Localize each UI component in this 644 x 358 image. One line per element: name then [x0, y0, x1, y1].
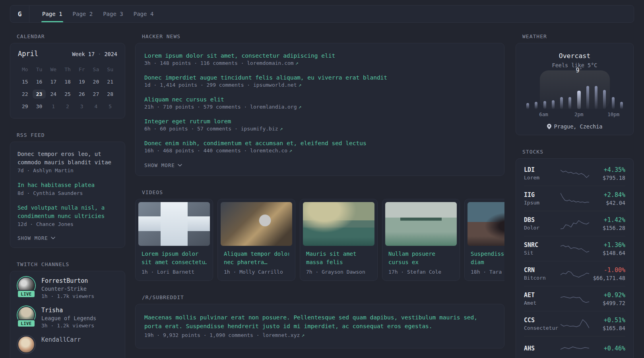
hn-story-link[interactable]: Lorem ipsum dolor sit amet, consectetur …: [144, 53, 495, 59]
rss-item-link[interactable]: In hac habitasse platea: [17, 181, 118, 189]
hn-domain-link[interactable]: loremdomain.com: [247, 60, 293, 66]
video-title-line: Nullam posuere: [388, 250, 454, 258]
video-card[interactable]: Suspendissediam 18h · Tara: [464, 199, 504, 281]
calendar-day: 20: [89, 76, 103, 88]
stock-change: +1.36%: [589, 241, 625, 249]
stock-row[interactable]: CRNBitcorn -1.00%$66,171.48: [524, 261, 625, 286]
video-title-link[interactable]: Lorem ipsum dolorsit amet consectetu…: [142, 250, 207, 267]
channel-name-link[interactable]: ForrestBurton: [41, 277, 94, 284]
hn-story-link[interactable]: Donec enim nibh, condimentum et accumsan…: [144, 140, 495, 146]
rss-item-meta: 8d · Cynthia Saunders: [17, 190, 118, 196]
video-card[interactable]: Mauris sit ametmassa felis 7h · Grayson …: [300, 199, 378, 281]
hn-story-link[interactable]: Aliquam nec cursus elit: [144, 96, 495, 103]
hn-show-more-button[interactable]: SHOW MORE: [144, 162, 182, 168]
external-link-icon: ↗: [299, 82, 302, 88]
hn-domain-link[interactable]: ipsumify.biz: [241, 126, 278, 132]
rss-item-link[interactable]: Sed volutpat nulla nisl, a condimentum n…: [17, 204, 118, 220]
stock-change: +0.92%: [589, 292, 625, 299]
tab-page-4[interactable]: Page 4: [129, 6, 159, 22]
video-card[interactable]: Aliquam tempor dolornec pharetra… 1h · M…: [217, 199, 295, 281]
hn-meta-text: 6h · 60 points · 57 comments ·: [144, 126, 238, 132]
stock-row[interactable]: LDILorem +4.35%$795.18: [524, 161, 625, 186]
videos-widget-label: VIDEOS: [142, 189, 504, 195]
stock-name: Dolor: [524, 225, 561, 231]
temperature-value: 9: [576, 67, 579, 74]
calendar-week-year: Week 17 · 2024: [72, 51, 117, 57]
stock-change: +4.35%: [589, 166, 625, 173]
weather-bar: [543, 101, 546, 109]
reddit-post-link[interactable]: Maecenas mollis pulvinar erat non posuer…: [144, 313, 495, 331]
video-card[interactable]: Nullam posuerecursus ex 17h · Stefan Col…: [382, 199, 460, 281]
hn-story: Donec imperdiet augue tincidunt felis al…: [144, 74, 495, 88]
channel-name-link[interactable]: Trisha: [41, 307, 96, 314]
video-title-link[interactable]: Mauris sit ametmassa felis: [306, 250, 371, 267]
dashboard-page: G Page 1 Page 2 Page 3 Page 4 CALENDAR A…: [0, 0, 644, 358]
stock-name: Consectetur: [524, 325, 561, 331]
stock-sparkline: [561, 267, 589, 280]
calendar-day: 17: [46, 76, 60, 88]
calendar-day: 18: [60, 76, 75, 88]
tab-page-1[interactable]: Page 1: [37, 6, 67, 22]
page-tabs: Page 1 Page 2 Page 3 Page 4: [37, 6, 159, 22]
show-more-label: SHOW MORE: [17, 235, 48, 241]
weather-location[interactable]: Prague, Czechia: [526, 123, 623, 130]
hn-meta-text: 16h · 468 points · 440 comments ·: [144, 148, 247, 154]
rss-item-meta: 7d · Ashlyn Martin: [17, 167, 118, 173]
hn-story-link[interactable]: Donec imperdiet augue tincidunt felis al…: [144, 74, 495, 81]
hn-story: Donec enim nibh, condimentum et accumsan…: [144, 140, 495, 154]
stock-row[interactable]: AETAmet +0.92%$499.72: [524, 286, 625, 311]
stock-price: $499.72: [589, 300, 625, 306]
video-title-line: nec pharetra…: [224, 258, 289, 267]
weekday-th: Th: [60, 63, 75, 76]
hn-story: Aliquam nec cursus elit 21h · 710 points…: [144, 96, 495, 110]
reddit-domain-link[interactable]: loremnet.xyz: [262, 332, 300, 338]
channel-game: Counter-Strike: [41, 286, 94, 292]
channel-game: League of Legends: [41, 315, 96, 321]
stock-row[interactable]: DBSDolor +1.42%$156.28: [524, 211, 625, 236]
stock-change: +1.42%: [589, 216, 625, 224]
stock-row[interactable]: CCSConsectetur +0.51%$165.84: [524, 311, 625, 337]
hn-domain-link[interactable]: loremtech.co: [250, 148, 287, 154]
video-title-link[interactable]: Aliquam tempor dolornec pharetra…: [224, 250, 289, 267]
twitch-widget: TWITCH CHANNELS LIVE ForrestBurton Count…: [10, 261, 125, 358]
rss-item: In hac habitasse platea 8d · Cynthia Sau…: [17, 181, 118, 196]
stock-sparkline: [561, 167, 589, 180]
calendar-grid: Mo Tu We Th Fr Sa Su 15 16 17 18 19 20 2…: [18, 63, 117, 113]
degree-symbol: °: [579, 67, 582, 72]
stock-row[interactable]: IIGIpsum +2.84%$42.04: [524, 186, 625, 211]
external-link-icon: ↗: [295, 60, 299, 66]
tab-page-3[interactable]: Page 3: [98, 6, 128, 22]
stock-row[interactable]: SNRCSit +1.36%$148.64: [524, 236, 625, 261]
calendar-day-next-month: 2: [60, 100, 75, 113]
video-title-link[interactable]: Suspendissediam: [471, 250, 504, 267]
stock-row[interactable]: AHS +0.46%: [524, 337, 625, 358]
twitch-channel-row[interactable]: LIVE Trisha League of Legends 3h · 1.2k …: [17, 306, 118, 329]
rss-show-more-button[interactable]: SHOW MORE: [17, 235, 55, 241]
video-card[interactable]: Lorem ipsum dolorsit amet consectetu… 1h…: [135, 199, 213, 281]
calendar-day: 27: [89, 88, 103, 100]
weather-condition: Overcast: [526, 52, 623, 60]
weather-bar: [552, 100, 555, 109]
weekday-sa: Sa: [89, 63, 103, 76]
hn-story-link[interactable]: Integer eget rutrum lorem: [144, 118, 495, 125]
calendar-day: 21: [103, 76, 117, 88]
hn-domain-link[interactable]: ipsumworld.net: [253, 82, 297, 88]
calendar-day-next-month: 5: [103, 100, 117, 113]
weather-bar: [620, 102, 623, 109]
twitch-channel-row[interactable]: KendallCarr: [17, 336, 118, 353]
reddit-meta-text: 19h · 9,932 points · 1,090 comments ·: [144, 332, 260, 338]
twitch-channel-row[interactable]: LIVE ForrestBurton Counter-Strike 1h · 1…: [17, 277, 118, 299]
hn-domain-link[interactable]: loremlandia.org: [250, 104, 297, 110]
tab-page-2[interactable]: Page 2: [68, 6, 98, 22]
stock-price: $66,171.48: [589, 275, 625, 281]
stocks-widget: STOCKS LDILorem +4.35%$795.18 IIGIpsum +…: [516, 149, 634, 358]
video-title-link[interactable]: Nullam posuerecursus ex: [388, 250, 454, 267]
weather-bar-current: [577, 91, 581, 109]
stock-price: $42.04: [589, 200, 625, 206]
middle-column: HACKER NEWS Lorem ipsum dolor sit amet, …: [135, 33, 504, 358]
channel-name-link[interactable]: KendallCarr: [41, 336, 81, 343]
calendar-day: 22: [18, 88, 32, 100]
calendar-widget-label: CALENDAR: [17, 33, 125, 39]
rss-item-link[interactable]: Donec tempor eros leo, ut commodo mauris…: [17, 150, 118, 167]
weather-time-axis: 6am 2pm 10pm: [526, 111, 623, 119]
